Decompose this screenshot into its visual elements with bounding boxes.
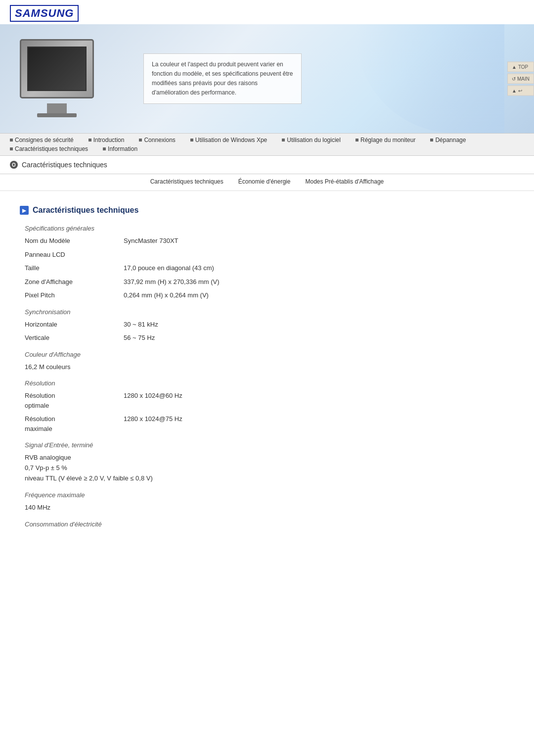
breadcrumb-bar: O Caractéristiques techniques xyxy=(0,156,534,174)
breadcrumb-icon: O xyxy=(10,161,18,169)
nav-bullet-icon xyxy=(282,139,285,142)
banner-notice: La couleur et l'aspect du produit peuven… xyxy=(143,53,302,104)
nav-label-reglage: Réglage du moniteur xyxy=(360,137,415,143)
main-button[interactable]: ↺ MAIN xyxy=(507,74,534,84)
spec-row-zone: Zone d'Affichage 337,92 mm (H) x 270,336… xyxy=(25,277,514,287)
spec-value-pixel: 0,264 mm (H) x 0,264 mm (V) xyxy=(124,290,209,300)
spec-value-verticale: 56 ~ 75 Hz xyxy=(124,333,155,343)
spec-label-freq: 140 MHz xyxy=(25,503,124,513)
breadcrumb-icon-symbol: O xyxy=(12,162,16,168)
spec-row-signal: RVB analogique 0,7 Vp-p ± 5 % niveau TTL… xyxy=(25,453,514,483)
spec-row-pixel: Pixel Pitch 0,264 mm (H) x 0,264 mm (V) xyxy=(25,290,514,300)
specs-section: Spécifications générales Nom du Modèle S… xyxy=(25,225,514,528)
back-arrow2-icon: ↩ xyxy=(518,88,522,94)
sub-tab-economie[interactable]: Économie d'énergie xyxy=(238,178,291,187)
main-arrow-icon: ↺ xyxy=(512,76,516,82)
nav-bar: Consignes de sécurité Introduction Conne… xyxy=(0,133,534,156)
monitor-illustration xyxy=(15,34,104,123)
section-title-text: Caractéristiques techniques xyxy=(33,206,138,215)
nav-label-connexions: Connexions xyxy=(144,137,175,143)
main-label: MAIN xyxy=(517,76,530,82)
nav-item-introduction[interactable]: Introduction xyxy=(89,137,125,143)
nav-item-caracteristiques[interactable]: Caractéristiques techniques xyxy=(10,145,88,152)
group-title-general: Spécifications générales xyxy=(25,225,514,232)
spec-row-verticale: Verticale 56 ~ 75 Hz xyxy=(25,333,514,343)
section-title: ▶ Caractéristiques techniques xyxy=(20,206,514,215)
spec-value-zone: 337,92 mm (H) x 270,336 mm (V) xyxy=(124,277,220,287)
top-label: TOP xyxy=(518,64,528,70)
spec-label-panneau: Panneau LCD xyxy=(25,250,124,260)
spec-row-taille: Taille 17,0 pouce en diagonal (43 cm) xyxy=(25,263,514,273)
spec-row-horizontale: Horizontale 30 ~ 81 kHz xyxy=(25,320,514,330)
spec-row-res-optimale: Résolution optimale 1280 x 1024@60 Hz xyxy=(25,391,514,410)
group-title-color: Couleur d'Affichage xyxy=(25,351,514,358)
banner: La couleur et l'aspect du produit peuven… xyxy=(0,24,534,133)
side-buttons: ▲ TOP ↺ MAIN ▲ ↩ xyxy=(507,62,534,96)
nav-bullet-icon xyxy=(89,139,91,142)
nav-item-windows[interactable]: Utilisation de Windows Xpe xyxy=(190,137,267,143)
spec-label-taille: Taille xyxy=(25,263,124,273)
nav-item-logiciel[interactable]: Utilisation du logiciel xyxy=(282,137,341,143)
spec-row-modele: Nom du Modèle SyncMaster 730XT xyxy=(25,236,514,246)
header: SAMSUNG xyxy=(0,0,534,24)
spec-label-zone: Zone d'Affichage xyxy=(25,277,124,287)
nav-bullet-icon xyxy=(356,139,358,142)
top-button[interactable]: ▲ TOP xyxy=(507,62,534,72)
nav-bullet-icon xyxy=(10,139,13,142)
spec-label-verticale: Verticale xyxy=(25,333,124,343)
spec-label-pixel: Pixel Pitch xyxy=(25,290,124,300)
spec-value-res-optimale: 1280 x 1024@60 Hz xyxy=(124,391,182,401)
samsung-logo: SAMSUNG xyxy=(10,5,79,22)
banner-curve xyxy=(356,24,504,133)
main-content: ▶ Caractéristiques techniques Spécificat… xyxy=(0,196,534,542)
nav-item-information[interactable]: Information xyxy=(103,145,137,152)
spec-label-res-maximale: Résolution maximale xyxy=(25,414,124,433)
spec-value-modele: SyncMaster 730XT xyxy=(124,236,178,246)
monitor-screen xyxy=(27,47,87,91)
spec-value-taille: 17,0 pouce en diagonal (43 cm) xyxy=(124,263,214,273)
sub-tab-modes[interactable]: Modes Pré-établis d'Affichage xyxy=(305,178,384,187)
nav-bullet-icon xyxy=(430,139,433,142)
nav-bullet-icon xyxy=(103,147,106,150)
spec-label-horizontale: Horizontale xyxy=(25,320,124,330)
group-title-freq: Fréquence maximale xyxy=(25,491,514,499)
group-title-resolution: Résolution xyxy=(25,379,514,387)
nav-label-depannage: Dépannage xyxy=(435,137,466,143)
nav-item-depannage[interactable]: Dépannage xyxy=(430,137,466,143)
spec-label-res-optimale: Résolution optimale xyxy=(25,391,124,410)
nav-item-connexions[interactable]: Connexions xyxy=(139,137,175,143)
banner-notice-text: La couleur et l'aspect du produit peuven… xyxy=(152,61,293,96)
nav-label-consignes: Consignes de sécurité xyxy=(15,137,74,143)
section-icon: ▶ xyxy=(20,206,29,215)
spec-label-color: 16,2 M couleurs xyxy=(25,362,124,372)
spec-value-horizontale: 30 ~ 81 kHz xyxy=(124,320,158,330)
nav-item-consignes[interactable]: Consignes de sécurité xyxy=(10,137,74,143)
nav-label-introduction: Introduction xyxy=(93,137,125,143)
spec-value-signal: RVB analogique 0,7 Vp-p ± 5 % niveau TTL… xyxy=(25,453,153,483)
breadcrumb-text: Caractéristiques techniques xyxy=(22,161,107,169)
top-arrow-icon: ▲ xyxy=(512,64,517,70)
nav-item-reglage[interactable]: Réglage du moniteur xyxy=(356,137,415,143)
nav-label-windows: Utilisation de Windows Xpe xyxy=(195,137,267,143)
spec-row-panneau: Panneau LCD xyxy=(25,250,514,260)
monitor-stand xyxy=(47,103,67,113)
group-title-sync: Synchronisation xyxy=(25,308,514,316)
back-arrow-icon: ▲ xyxy=(512,88,517,94)
sub-tab-caracteristiques[interactable]: Caractéristiques techniques xyxy=(150,178,223,187)
spec-row-color: 16,2 M couleurs xyxy=(25,362,514,372)
spec-row-freq: 140 MHz xyxy=(25,503,514,513)
nav-bullet-icon xyxy=(10,147,13,150)
group-title-power: Consommation d'électricité xyxy=(25,520,514,528)
nav-label-logiciel: Utilisation du logiciel xyxy=(287,137,341,143)
monitor-base xyxy=(37,113,77,117)
group-title-signal: Signal d'Entrée, terminé xyxy=(25,441,514,449)
nav-bullet-icon xyxy=(139,139,142,142)
monitor-body xyxy=(20,39,94,98)
spec-label-modele: Nom du Modèle xyxy=(25,236,124,246)
nav-label-information: Information xyxy=(108,145,137,152)
section-icon-arrow: ▶ xyxy=(22,208,26,213)
back-button[interactable]: ▲ ↩ xyxy=(507,86,534,96)
spec-row-res-maximale: Résolution maximale 1280 x 1024@75 Hz xyxy=(25,414,514,433)
spec-value-res-maximale: 1280 x 1024@75 Hz xyxy=(124,414,182,424)
nav-bullet-icon xyxy=(190,139,193,142)
